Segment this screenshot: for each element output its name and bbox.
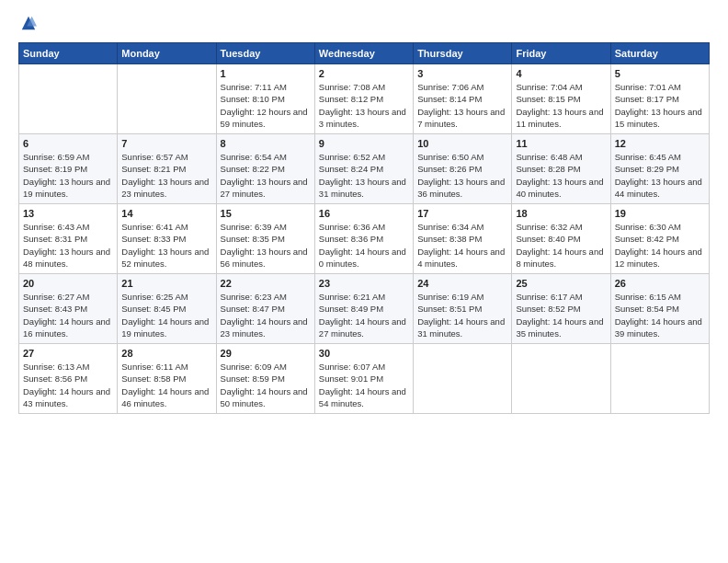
daylight-text: Daylight: 13 hours and 27 minutes. [221,177,308,199]
sunset-text: Sunset: 8:12 PM [319,94,383,104]
daylight-text: Daylight: 14 hours and 50 minutes. [221,386,308,408]
calendar-cell: 25 Sunrise: 6:17 AM Sunset: 8:52 PM Dayl… [512,274,610,344]
daylight-text: Daylight: 14 hours and 27 minutes. [319,316,406,339]
calendar-cell: 30 Sunrise: 6:07 AM Sunset: 9:01 PM Dayl… [314,344,413,414]
sunset-text: Sunset: 9:01 PM [319,373,383,384]
calendar-cell: 27 Sunrise: 6:13 AM Sunset: 8:56 PM Dayl… [19,344,118,414]
calendar-week-row: 1 Sunrise: 7:11 AM Sunset: 8:10 PM Dayli… [19,64,710,134]
sunrise-text: Sunrise: 6:27 AM [23,292,89,302]
sunrise-text: Sunrise: 6:52 AM [319,152,385,162]
daylight-text: Daylight: 13 hours and 44 minutes. [615,177,702,199]
day-detail: Sunrise: 6:32 AM Sunset: 8:40 PM Dayligh… [516,221,606,270]
calendar-cell: 2 Sunrise: 7:08 AM Sunset: 8:12 PM Dayli… [314,64,413,134]
calendar-cell [512,344,610,414]
calendar-cell [610,344,709,414]
daylight-text: Daylight: 14 hours and 54 minutes. [319,386,406,408]
calendar-week-row: 6 Sunrise: 6:59 AM Sunset: 8:19 PM Dayli… [19,134,710,204]
logo [18,15,37,33]
daylight-text: Daylight: 13 hours and 36 minutes. [417,177,505,199]
day-number: 14 [121,208,211,219]
day-number: 7 [121,138,211,149]
sunset-text: Sunset: 8:19 PM [23,164,87,174]
day-number: 24 [417,278,507,289]
day-detail: Sunrise: 6:52 AM Sunset: 8:24 PM Dayligh… [319,151,409,200]
calendar-cell: 23 Sunrise: 6:21 AM Sunset: 8:49 PM Dayl… [314,274,413,344]
daylight-text: Daylight: 13 hours and 3 minutes. [319,107,406,129]
day-number: 27 [23,348,113,359]
calendar-cell [118,64,216,134]
day-number: 10 [417,138,507,149]
day-number: 12 [615,138,705,149]
day-detail: Sunrise: 6:59 AM Sunset: 8:19 PM Dayligh… [23,151,113,200]
day-number: 28 [121,348,211,359]
day-detail: Sunrise: 7:06 AM Sunset: 8:14 PM Dayligh… [417,81,507,130]
day-detail: Sunrise: 6:54 AM Sunset: 8:22 PM Dayligh… [221,151,311,200]
daylight-text: Daylight: 13 hours and 56 minutes. [221,247,308,269]
calendar-cell: 18 Sunrise: 6:32 AM Sunset: 8:40 PM Dayl… [512,204,610,274]
daylight-text: Daylight: 14 hours and 23 minutes. [221,316,308,339]
day-detail: Sunrise: 6:50 AM Sunset: 8:26 PM Dayligh… [417,151,507,200]
calendar-day-header: Tuesday [216,43,314,64]
daylight-text: Daylight: 14 hours and 43 minutes. [23,386,110,408]
day-detail: Sunrise: 6:21 AM Sunset: 8:49 PM Dayligh… [319,291,409,339]
calendar-day-header: Wednesday [314,43,413,64]
day-number: 26 [615,278,705,289]
sunrise-text: Sunrise: 6:34 AM [417,222,483,232]
day-detail: Sunrise: 6:07 AM Sunset: 9:01 PM Dayligh… [319,361,409,409]
sunrise-text: Sunrise: 6:17 AM [516,292,582,302]
day-detail: Sunrise: 6:34 AM Sunset: 8:38 PM Dayligh… [417,221,507,270]
daylight-text: Daylight: 13 hours and 23 minutes. [121,177,209,199]
sunrise-text: Sunrise: 6:21 AM [319,292,385,302]
day-number: 18 [516,208,606,219]
sunset-text: Sunset: 8:21 PM [121,164,186,174]
calendar-day-header: Friday [512,43,610,64]
day-detail: Sunrise: 7:01 AM Sunset: 8:17 PM Dayligh… [615,81,705,130]
calendar-cell: 6 Sunrise: 6:59 AM Sunset: 8:19 PM Dayli… [19,134,118,204]
header [18,15,710,33]
sunset-text: Sunset: 8:35 PM [221,234,285,244]
sunset-text: Sunset: 8:51 PM [417,304,482,314]
daylight-text: Daylight: 14 hours and 8 minutes. [516,247,603,269]
calendar-cell: 4 Sunrise: 7:04 AM Sunset: 8:15 PM Dayli… [512,64,610,134]
day-number: 23 [319,278,409,289]
day-detail: Sunrise: 6:41 AM Sunset: 8:33 PM Dayligh… [121,221,211,270]
sunrise-text: Sunrise: 6:09 AM [221,362,287,372]
sunrise-text: Sunrise: 6:39 AM [221,222,287,232]
sunset-text: Sunset: 8:33 PM [121,234,186,244]
sunrise-text: Sunrise: 6:57 AM [121,152,188,162]
day-number: 11 [516,138,606,149]
day-detail: Sunrise: 6:09 AM Sunset: 8:59 PM Dayligh… [221,361,311,409]
daylight-text: Daylight: 14 hours and 39 minutes. [615,316,702,339]
day-number: 25 [516,278,606,289]
day-number: 8 [221,138,311,149]
calendar-day-header: Sunday [19,43,118,64]
day-number: 21 [121,278,211,289]
sunset-text: Sunset: 8:14 PM [417,94,482,104]
day-detail: Sunrise: 6:45 AM Sunset: 8:29 PM Dayligh… [615,151,705,200]
day-detail: Sunrise: 6:23 AM Sunset: 8:47 PM Dayligh… [221,291,311,339]
sunrise-text: Sunrise: 6:48 AM [516,152,582,162]
day-number: 22 [221,278,311,289]
sunrise-text: Sunrise: 6:25 AM [121,292,188,302]
calendar-cell: 7 Sunrise: 6:57 AM Sunset: 8:21 PM Dayli… [118,134,216,204]
day-number: 4 [516,68,606,79]
calendar-cell [19,64,118,134]
calendar-cell: 1 Sunrise: 7:11 AM Sunset: 8:10 PM Dayli… [216,64,314,134]
calendar-week-row: 20 Sunrise: 6:27 AM Sunset: 8:43 PM Dayl… [19,274,710,344]
calendar-cell: 22 Sunrise: 6:23 AM Sunset: 8:47 PM Dayl… [216,274,314,344]
sunset-text: Sunset: 8:40 PM [516,234,580,244]
sunrise-text: Sunrise: 6:50 AM [417,152,483,162]
calendar-cell: 24 Sunrise: 6:19 AM Sunset: 8:51 PM Dayl… [414,274,512,344]
daylight-text: Daylight: 13 hours and 11 minutes. [516,107,603,129]
day-number: 20 [23,278,113,289]
day-detail: Sunrise: 6:11 AM Sunset: 8:58 PM Dayligh… [121,361,211,409]
sunset-text: Sunset: 8:24 PM [319,164,383,174]
calendar-cell: 17 Sunrise: 6:34 AM Sunset: 8:38 PM Dayl… [414,204,512,274]
day-number: 5 [615,68,705,79]
day-number: 13 [23,208,113,219]
day-number: 6 [23,138,113,149]
calendar-day-header: Monday [118,43,216,64]
daylight-text: Daylight: 14 hours and 19 minutes. [121,316,209,339]
calendar-week-row: 13 Sunrise: 6:43 AM Sunset: 8:31 PM Dayl… [19,204,710,274]
daylight-text: Daylight: 13 hours and 19 minutes. [23,177,110,199]
